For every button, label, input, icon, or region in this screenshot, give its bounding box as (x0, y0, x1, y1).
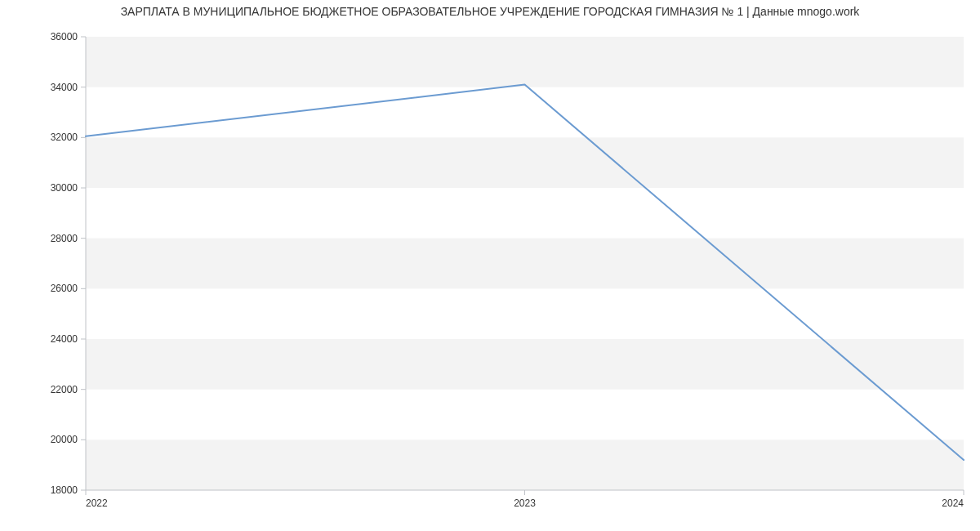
plot-band (86, 37, 964, 87)
line-chart: ЗАРПЛАТА В МУНИЦИПАЛЬНОЕ БЮДЖЕТНОЕ ОБРАЗ… (0, 0, 980, 531)
chart-title: ЗАРПЛАТА В МУНИЦИПАЛЬНОЕ БЮДЖЕТНОЕ ОБРАЗ… (0, 5, 980, 18)
y-tick-label: 28000 (51, 233, 78, 244)
y-tick-label: 24000 (51, 333, 78, 345)
y-tick-label: 30000 (51, 182, 78, 194)
y-tick-label: 32000 (51, 132, 78, 143)
y-tick-label: 22000 (51, 384, 78, 395)
chart-svg: 1800020000220002400026000280003000032000… (0, 0, 980, 531)
plot-band (86, 239, 964, 289)
plot-band (86, 137, 964, 188)
y-tick-label: 20000 (51, 434, 78, 445)
x-tick-label: 2023 (514, 498, 536, 509)
y-tick-label: 36000 (51, 31, 78, 42)
y-tick-label: 18000 (51, 484, 78, 496)
y-tick-label: 26000 (51, 283, 78, 294)
x-tick-label: 2022 (86, 498, 108, 509)
plot-band (86, 440, 964, 490)
y-tick-label: 34000 (51, 82, 78, 93)
x-tick-label: 2024 (942, 498, 964, 509)
